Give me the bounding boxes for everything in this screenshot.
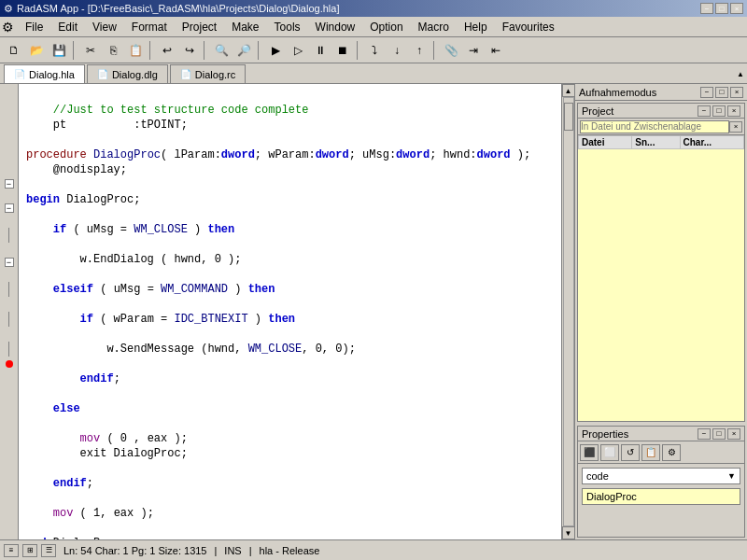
menu-format[interactable]: Format bbox=[124, 19, 175, 35]
menu-edit[interactable]: Edit bbox=[50, 19, 85, 35]
statusbar-sep-1: | bbox=[215, 545, 218, 556]
find-replace-button[interactable]: 🔎 bbox=[233, 40, 254, 61]
new-button[interactable]: 🗋 bbox=[4, 40, 24, 61]
project-minimize[interactable]: − bbox=[698, 105, 711, 117]
statusbar-mode: INS bbox=[224, 545, 241, 556]
tab-dialog-hla[interactable]: 📄 Dialog.hla bbox=[4, 64, 85, 83]
props-maximize[interactable]: □ bbox=[712, 428, 726, 440]
aufnahme-close[interactable]: × bbox=[730, 87, 743, 98]
menu-help[interactable]: Help bbox=[457, 19, 495, 35]
stop-button[interactable]: ⏹ bbox=[332, 40, 353, 61]
indent-button[interactable]: ⇥ bbox=[463, 40, 484, 61]
tab-label-dlg: Dialog.dlg bbox=[112, 69, 158, 80]
save-button[interactable]: 💾 bbox=[49, 40, 69, 61]
step-over-button[interactable]: ⤵ bbox=[364, 40, 385, 61]
col-line: Sn... bbox=[632, 136, 680, 149]
status-btn-grid[interactable]: ⊞ bbox=[22, 544, 37, 557]
titlebar-left: ⚙ RadASM App - [D:\FreeBasic\_RadASM\hla… bbox=[4, 3, 339, 15]
debug-button[interactable]: ⏸ bbox=[310, 40, 331, 61]
aufnahme-maximize[interactable]: □ bbox=[715, 87, 728, 98]
project-search-input[interactable] bbox=[580, 120, 729, 133]
collapse-elseif[interactable]: − bbox=[5, 258, 14, 267]
paste-button[interactable]: 📋 bbox=[125, 40, 146, 61]
aufnahme-bar: Aufnahmemodus − □ × bbox=[575, 84, 747, 101]
editor-scrollbar: ▲ ▼ bbox=[561, 84, 574, 539]
menu-view[interactable]: View bbox=[85, 19, 124, 35]
tab-label: Dialog.hla bbox=[29, 69, 75, 80]
step-out-button[interactable]: ↑ bbox=[409, 40, 430, 61]
properties-dropdown[interactable]: code ▼ bbox=[582, 468, 740, 484]
redo-button[interactable]: ↪ bbox=[179, 40, 200, 61]
tab-scroll-up[interactable]: ▲ bbox=[734, 64, 747, 83]
props-btn-1[interactable]: ⬛ bbox=[580, 444, 599, 461]
editor-panel[interactable]: //Just to test structure code complete p… bbox=[19, 84, 561, 539]
clipboard-button[interactable]: 📎 bbox=[441, 40, 461, 61]
step-into-button[interactable]: ↓ bbox=[387, 40, 407, 61]
statusbar-sep-2: | bbox=[249, 545, 252, 556]
menu-window[interactable]: Window bbox=[308, 19, 363, 35]
tab-dialog-dlg[interactable]: 📄 Dialog.dlg bbox=[87, 64, 168, 83]
build-button[interactable]: ▶ bbox=[265, 40, 286, 61]
project-close[interactable]: × bbox=[727, 105, 740, 117]
code-editor[interactable]: //Just to test structure code complete p… bbox=[19, 84, 561, 539]
find-button[interactable]: 🔍 bbox=[211, 40, 232, 61]
menu-option[interactable]: Option bbox=[362, 19, 410, 35]
scroll-track[interactable] bbox=[563, 97, 574, 526]
properties-toolbar: ⬛ ⬜ ↺ 📋 ⚙ bbox=[578, 441, 744, 464]
menu-file[interactable]: File bbox=[18, 19, 50, 35]
props-btn-3[interactable]: ↺ bbox=[621, 444, 640, 461]
props-value-text: DialogProc bbox=[586, 491, 637, 502]
tabbar: 📄 Dialog.hla 📄 Dialog.dlg 📄 Dialog.rc ▲ bbox=[0, 63, 747, 84]
right-panel: Aufnahmemodus − □ × Project − □ × × bbox=[574, 84, 747, 539]
close-button[interactable]: × bbox=[730, 3, 743, 14]
col-char: Char... bbox=[680, 136, 743, 149]
menu-project[interactable]: Project bbox=[175, 19, 224, 35]
editor-wrapper: //Just to test structure code complete p… bbox=[19, 84, 574, 539]
outdent-button[interactable]: ⇤ bbox=[486, 40, 506, 61]
table-header-row: Datei Sn... Char... bbox=[579, 136, 744, 149]
aufnahme-minimize[interactable]: − bbox=[700, 87, 713, 98]
open-button[interactable]: 📂 bbox=[26, 40, 47, 61]
scroll-down-button[interactable]: ▼ bbox=[562, 526, 575, 539]
collapse-begin[interactable]: − bbox=[5, 179, 14, 189]
project-panel: Project − □ × × Datei Sn... Char... bbox=[577, 103, 745, 422]
cut-button[interactable]: ✂ bbox=[80, 40, 101, 61]
properties-value: DialogProc bbox=[582, 488, 740, 505]
undo-button[interactable]: ↩ bbox=[157, 40, 177, 61]
menu-favourites[interactable]: Favourites bbox=[495, 19, 562, 35]
scroll-thumb[interactable] bbox=[564, 103, 573, 131]
tab-dialog-rc[interactable]: 📄 Dialog.rc bbox=[170, 64, 246, 83]
copy-button[interactable]: ⎘ bbox=[103, 40, 123, 61]
project-search-close[interactable]: × bbox=[729, 121, 742, 133]
properties-header-label: Properties bbox=[582, 428, 628, 440]
props-btn-5[interactable]: ⚙ bbox=[662, 444, 681, 461]
menu-tools[interactable]: Tools bbox=[267, 19, 308, 35]
toolbar-sep-1 bbox=[73, 41, 77, 60]
titlebar: ⚙ RadASM App - [D:\FreeBasic\_RadASM\hla… bbox=[0, 0, 747, 17]
menu-macro[interactable]: Macro bbox=[411, 19, 457, 35]
props-btn-2[interactable]: ⬜ bbox=[600, 444, 619, 461]
maximize-button[interactable]: □ bbox=[715, 3, 728, 14]
props-minimize[interactable]: − bbox=[698, 428, 711, 440]
minimize-button[interactable]: − bbox=[700, 3, 713, 14]
status-btn-view[interactable]: ☰ bbox=[41, 544, 56, 557]
statusbar-lang: hla - Release bbox=[260, 545, 320, 556]
project-maximize[interactable]: □ bbox=[712, 105, 726, 117]
menu-make[interactable]: Make bbox=[224, 19, 266, 35]
properties-panel: Properties − □ × ⬛ ⬜ ↺ 📋 ⚙ code ▼ Dialog… bbox=[577, 426, 745, 538]
main-area: − − − //Just to test structure code comp… bbox=[0, 84, 747, 539]
breakpoint-marker bbox=[6, 360, 13, 368]
left-gutter: − − − bbox=[0, 84, 19, 539]
tab-icon: 📄 bbox=[14, 69, 25, 79]
scroll-up-button[interactable]: ▲ bbox=[562, 84, 575, 97]
props-close[interactable]: × bbox=[727, 428, 740, 440]
titlebar-title: RadASM App - [D:\FreeBasic\_RadASM\hla\P… bbox=[17, 3, 339, 14]
toolbar: 🗋 📂 💾 ✂ ⎘ 📋 ↩ ↪ 🔍 🔎 ▶ ▷ ⏸ ⏹ ⤵ ↓ ↑ 📎 ⇥ ⇤ bbox=[0, 37, 747, 63]
toolbar-sep-3 bbox=[204, 41, 207, 60]
status-btn-list[interactable]: ≡ bbox=[4, 544, 19, 557]
collapse-if1[interactable]: − bbox=[5, 203, 14, 213]
app-icon: ⚙ bbox=[4, 3, 13, 15]
props-btn-4[interactable]: 📋 bbox=[641, 444, 660, 461]
run-button[interactable]: ▷ bbox=[288, 40, 308, 61]
dropdown-arrow-icon[interactable]: ▼ bbox=[727, 471, 736, 481]
